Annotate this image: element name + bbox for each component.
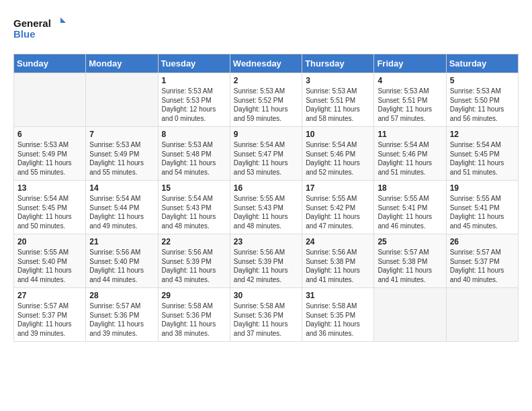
day-number: 9: [234, 130, 298, 139]
day-number: 21: [89, 237, 154, 246]
calendar-cell: 16Sunrise: 5:55 AM Sunset: 5:43 PM Dayli…: [230, 181, 302, 234]
weekday-header: Friday: [374, 54, 446, 73]
day-number: 6: [17, 130, 82, 139]
calendar-cell: [446, 288, 518, 342]
day-number: 2: [234, 76, 298, 85]
calendar-week-row: 27Sunrise: 5:57 AM Sunset: 5:37 PM Dayli…: [14, 288, 519, 342]
day-number: 18: [378, 183, 442, 193]
day-number: 30: [234, 291, 298, 300]
day-number: 17: [306, 183, 370, 193]
calendar-week-row: 20Sunrise: 5:55 AM Sunset: 5:40 PM Dayli…: [14, 234, 519, 288]
day-number: 19: [450, 183, 515, 193]
svg-text:General: General: [13, 17, 51, 29]
day-number: 11: [378, 130, 442, 139]
cell-sun-info: Sunrise: 5:54 AM Sunset: 5:45 PM Dayligh…: [17, 194, 82, 230]
calendar-cell: 29Sunrise: 5:58 AM Sunset: 5:36 PM Dayli…: [158, 288, 230, 342]
cell-sun-info: Sunrise: 5:54 AM Sunset: 5:46 PM Dayligh…: [378, 140, 442, 177]
day-number: 10: [306, 130, 370, 139]
cell-sun-info: Sunrise: 5:53 AM Sunset: 5:50 PM Dayligh…: [450, 87, 515, 123]
calendar-cell: 28Sunrise: 5:57 AM Sunset: 5:36 PM Dayli…: [86, 288, 158, 342]
cell-sun-info: Sunrise: 5:57 AM Sunset: 5:37 PM Dayligh…: [450, 248, 515, 284]
day-number: 31: [306, 291, 370, 300]
cell-sun-info: Sunrise: 5:54 AM Sunset: 5:47 PM Dayligh…: [234, 140, 298, 177]
weekday-header: Saturday: [446, 54, 518, 73]
day-number: 25: [378, 237, 442, 246]
calendar-cell: 8Sunrise: 5:53 AM Sunset: 5:48 PM Daylig…: [158, 127, 230, 181]
calendar-cell: 4Sunrise: 5:53 AM Sunset: 5:51 PM Daylig…: [374, 73, 446, 127]
cell-sun-info: Sunrise: 5:55 AM Sunset: 5:43 PM Dayligh…: [234, 194, 298, 230]
cell-sun-info: Sunrise: 5:53 AM Sunset: 5:53 PM Dayligh…: [162, 87, 226, 123]
calendar-cell: [374, 288, 446, 342]
calendar-week-row: 13Sunrise: 5:54 AM Sunset: 5:45 PM Dayli…: [14, 181, 519, 234]
calendar-cell: 21Sunrise: 5:56 AM Sunset: 5:40 PM Dayli…: [86, 234, 158, 288]
calendar-cell: 27Sunrise: 5:57 AM Sunset: 5:37 PM Dayli…: [14, 288, 86, 342]
cell-sun-info: Sunrise: 5:55 AM Sunset: 5:42 PM Dayligh…: [306, 194, 370, 230]
cell-sun-info: Sunrise: 5:53 AM Sunset: 5:49 PM Dayligh…: [89, 140, 154, 177]
calendar-table: SundayMondayTuesdayWednesdayThursdayFrid…: [13, 54, 519, 342]
cell-sun-info: Sunrise: 5:55 AM Sunset: 5:41 PM Dayligh…: [450, 194, 515, 230]
cell-sun-info: Sunrise: 5:56 AM Sunset: 5:39 PM Dayligh…: [162, 248, 226, 284]
calendar-cell: 20Sunrise: 5:55 AM Sunset: 5:40 PM Dayli…: [14, 234, 86, 288]
cell-sun-info: Sunrise: 5:53 AM Sunset: 5:49 PM Dayligh…: [17, 140, 82, 177]
weekday-header: Monday: [86, 54, 158, 73]
calendar-cell: 1Sunrise: 5:53 AM Sunset: 5:53 PM Daylig…: [158, 73, 230, 127]
cell-sun-info: Sunrise: 5:56 AM Sunset: 5:38 PM Dayligh…: [306, 248, 370, 284]
day-number: 7: [89, 130, 154, 139]
calendar-body: 1Sunrise: 5:53 AM Sunset: 5:53 PM Daylig…: [14, 73, 519, 342]
day-number: 23: [234, 237, 298, 246]
logo-svg: General Blue: [13, 13, 67, 43]
calendar-cell: 19Sunrise: 5:55 AM Sunset: 5:41 PM Dayli…: [446, 181, 518, 234]
calendar-cell: 12Sunrise: 5:54 AM Sunset: 5:45 PM Dayli…: [446, 127, 518, 181]
cell-sun-info: Sunrise: 5:54 AM Sunset: 5:45 PM Dayligh…: [450, 140, 515, 177]
day-number: 14: [89, 183, 154, 193]
calendar-cell: 9Sunrise: 5:54 AM Sunset: 5:47 PM Daylig…: [230, 127, 302, 181]
svg-marker-2: [60, 17, 66, 23]
cell-sun-info: Sunrise: 5:55 AM Sunset: 5:41 PM Dayligh…: [378, 194, 442, 230]
calendar-cell: 11Sunrise: 5:54 AM Sunset: 5:46 PM Dayli…: [374, 127, 446, 181]
calendar-cell: 26Sunrise: 5:57 AM Sunset: 5:37 PM Dayli…: [446, 234, 518, 288]
calendar-cell: [86, 73, 158, 127]
calendar-header-row: SundayMondayTuesdayWednesdayThursdayFrid…: [14, 54, 519, 73]
weekday-header: Thursday: [302, 54, 374, 73]
calendar-week-row: 6Sunrise: 5:53 AM Sunset: 5:49 PM Daylig…: [14, 127, 519, 181]
calendar-week-row: 1Sunrise: 5:53 AM Sunset: 5:53 PM Daylig…: [14, 73, 519, 127]
calendar-cell: 10Sunrise: 5:54 AM Sunset: 5:46 PM Dayli…: [302, 127, 374, 181]
cell-sun-info: Sunrise: 5:56 AM Sunset: 5:40 PM Dayligh…: [89, 248, 154, 284]
calendar-cell: 18Sunrise: 5:55 AM Sunset: 5:41 PM Dayli…: [374, 181, 446, 234]
day-number: 4: [378, 76, 442, 85]
calendar-cell: 13Sunrise: 5:54 AM Sunset: 5:45 PM Dayli…: [14, 181, 86, 234]
day-number: 22: [162, 237, 226, 246]
cell-sun-info: Sunrise: 5:57 AM Sunset: 5:37 PM Dayligh…: [17, 302, 82, 338]
day-number: 24: [306, 237, 370, 246]
logo: General Blue: [13, 13, 67, 43]
cell-sun-info: Sunrise: 5:53 AM Sunset: 5:52 PM Dayligh…: [234, 87, 298, 123]
calendar-cell: 6Sunrise: 5:53 AM Sunset: 5:49 PM Daylig…: [14, 127, 86, 181]
calendar-cell: 17Sunrise: 5:55 AM Sunset: 5:42 PM Dayli…: [302, 181, 374, 234]
cell-sun-info: Sunrise: 5:54 AM Sunset: 5:44 PM Dayligh…: [89, 194, 154, 230]
cell-sun-info: Sunrise: 5:58 AM Sunset: 5:36 PM Dayligh…: [162, 302, 226, 338]
day-number: 5: [450, 76, 515, 85]
calendar-cell: 22Sunrise: 5:56 AM Sunset: 5:39 PM Dayli…: [158, 234, 230, 288]
calendar-cell: 23Sunrise: 5:56 AM Sunset: 5:39 PM Dayli…: [230, 234, 302, 288]
calendar-cell: 3Sunrise: 5:53 AM Sunset: 5:51 PM Daylig…: [302, 73, 374, 127]
weekday-header: Sunday: [14, 54, 86, 73]
calendar-cell: 14Sunrise: 5:54 AM Sunset: 5:44 PM Dayli…: [86, 181, 158, 234]
cell-sun-info: Sunrise: 5:57 AM Sunset: 5:38 PM Dayligh…: [378, 248, 442, 284]
cell-sun-info: Sunrise: 5:56 AM Sunset: 5:39 PM Dayligh…: [234, 248, 298, 284]
calendar-cell: 5Sunrise: 5:53 AM Sunset: 5:50 PM Daylig…: [446, 73, 518, 127]
calendar-cell: 24Sunrise: 5:56 AM Sunset: 5:38 PM Dayli…: [302, 234, 374, 288]
calendar-cell: [14, 73, 86, 127]
cell-sun-info: Sunrise: 5:54 AM Sunset: 5:46 PM Dayligh…: [306, 140, 370, 177]
cell-sun-info: Sunrise: 5:57 AM Sunset: 5:36 PM Dayligh…: [89, 302, 154, 338]
day-number: 28: [89, 291, 154, 300]
cell-sun-info: Sunrise: 5:58 AM Sunset: 5:36 PM Dayligh…: [234, 302, 298, 338]
cell-sun-info: Sunrise: 5:53 AM Sunset: 5:51 PM Dayligh…: [306, 87, 370, 123]
cell-sun-info: Sunrise: 5:53 AM Sunset: 5:48 PM Dayligh…: [162, 140, 226, 177]
weekday-header: Wednesday: [230, 54, 302, 73]
calendar-cell: 31Sunrise: 5:58 AM Sunset: 5:35 PM Dayli…: [302, 288, 374, 342]
calendar-cell: 25Sunrise: 5:57 AM Sunset: 5:38 PM Dayli…: [374, 234, 446, 288]
calendar-cell: 7Sunrise: 5:53 AM Sunset: 5:49 PM Daylig…: [86, 127, 158, 181]
weekday-header: Tuesday: [158, 54, 230, 73]
svg-text:Blue: Blue: [13, 28, 36, 40]
day-number: 26: [450, 237, 515, 246]
